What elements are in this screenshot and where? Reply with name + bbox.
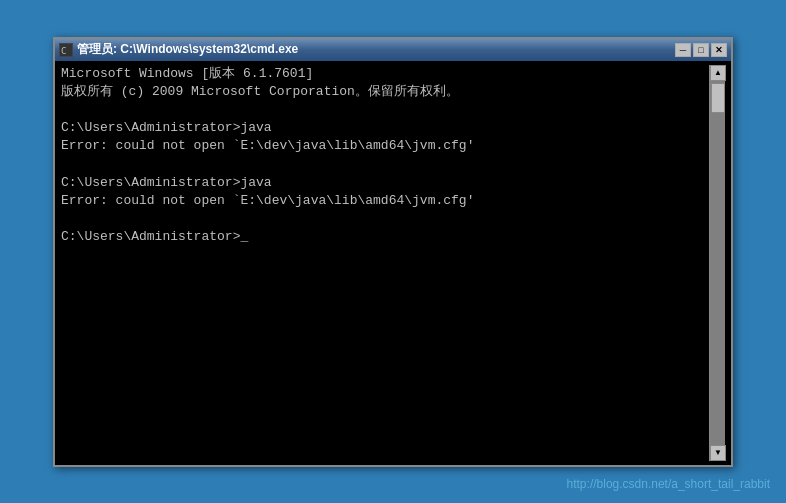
maximize-button[interactable]: □: [693, 43, 709, 57]
scroll-up-arrow[interactable]: ▲: [710, 65, 726, 81]
cmd-window-icon: C: [59, 43, 73, 57]
scrollbar[interactable]: ▲ ▼: [709, 65, 725, 461]
window-title: 管理员: C:\Windows\system32\cmd.exe: [77, 41, 298, 58]
console-line: Microsoft Windows [版本 6.1.7601]: [61, 65, 709, 83]
console-line: Error: could not open `E:\dev\java\lib\a…: [61, 192, 709, 210]
title-bar-left: C 管理员: C:\Windows\system32\cmd.exe: [59, 41, 298, 58]
cmd-window: C 管理员: C:\Windows\system32\cmd.exe ─ □ ✕…: [53, 37, 733, 467]
scrollbar-track[interactable]: [710, 81, 725, 445]
console-content[interactable]: Microsoft Windows [版本 6.1.7601]版权所有 (c) …: [61, 65, 709, 461]
scroll-down-arrow[interactable]: ▼: [710, 445, 726, 461]
console-body: Microsoft Windows [版本 6.1.7601]版权所有 (c) …: [55, 61, 731, 465]
watermark: http://blog.csdn.net/a_short_tail_rabbit: [567, 477, 770, 491]
title-bar: C 管理员: C:\Windows\system32\cmd.exe ─ □ ✕: [55, 39, 731, 61]
console-line: [61, 155, 709, 173]
console-line: C:\Users\Administrator>_: [61, 228, 709, 246]
window-controls: ─ □ ✕: [675, 43, 727, 57]
console-line: [61, 101, 709, 119]
console-line: C:\Users\Administrator>java: [61, 174, 709, 192]
minimize-button[interactable]: ─: [675, 43, 691, 57]
console-line: Error: could not open `E:\dev\java\lib\a…: [61, 137, 709, 155]
scrollbar-thumb[interactable]: [711, 83, 725, 113]
console-line: C:\Users\Administrator>java: [61, 119, 709, 137]
console-line: 版权所有 (c) 2009 Microsoft Corporation。保留所有…: [61, 83, 709, 101]
desktop: C 管理员: C:\Windows\system32\cmd.exe ─ □ ✕…: [0, 0, 786, 503]
svg-text:C: C: [61, 46, 66, 56]
close-button[interactable]: ✕: [711, 43, 727, 57]
console-line: [61, 210, 709, 228]
